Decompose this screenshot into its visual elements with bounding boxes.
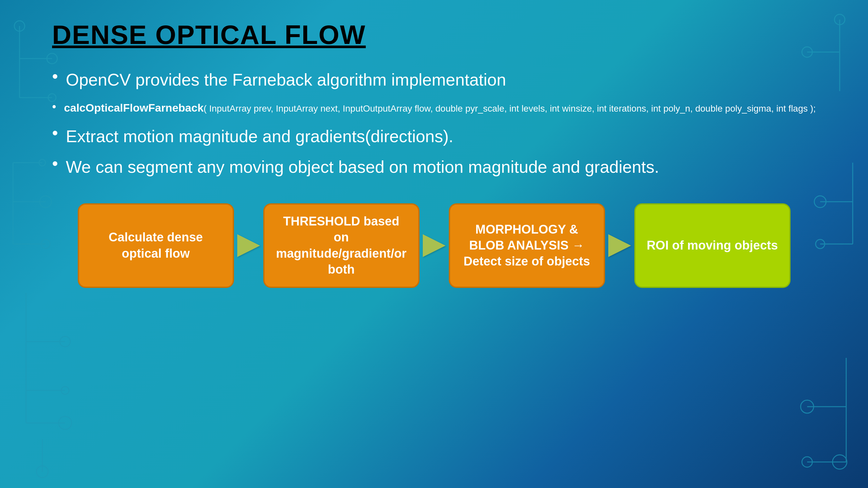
slide-title: DENSE OPTICAL FLOW	[52, 20, 816, 50]
bullet-text: OpenCV provides the Farneback algorithm …	[66, 70, 506, 90]
arrow-shape	[423, 234, 445, 257]
flow-arrow-3	[605, 234, 634, 257]
bullet-dot: •	[52, 68, 58, 85]
flow-box-2: THRESHOLD based on magnitude/gradient/or…	[263, 203, 420, 288]
arrow-shape	[237, 234, 260, 257]
list-item: • We can segment any moving object based…	[52, 157, 816, 177]
flow-box-label: THRESHOLD based on magnitude/gradient/or…	[274, 214, 408, 278]
flow-arrow-2	[420, 234, 449, 257]
bullet-dot: •	[52, 155, 58, 172]
bullet-list: • OpenCV provides the Farneback algorith…	[52, 70, 816, 177]
calc-function-params: ( InputArray prev, InputArray next, Inpu…	[204, 103, 816, 113]
flow-diagram: Calculate dense optical flow THRESHOLD b…	[52, 203, 816, 288]
list-item: • calcOpticalFlowFarneback( InputArray p…	[52, 100, 816, 116]
flow-box-label: Calculate dense optical flow	[89, 229, 223, 262]
flow-box-label: ROI of moving objects	[647, 237, 778, 254]
flow-box-label: MORPHOLOGY & BLOB ANALYSIS → Detect size…	[460, 222, 594, 270]
bullet-text: Extract motion magnitude and gradients(d…	[66, 126, 453, 147]
slide-content: DENSE OPTICAL FLOW • OpenCV provides the…	[0, 0, 868, 307]
list-item: • Extract motion magnitude and gradients…	[52, 126, 816, 147]
calc-function-name: calcOpticalFlowFarneback	[64, 101, 204, 114]
flow-box-1: Calculate dense optical flow	[78, 203, 234, 288]
list-item: • OpenCV provides the Farneback algorith…	[52, 70, 816, 90]
flow-box-4: ROI of moving objects	[634, 203, 790, 288]
bullet-dot: •	[52, 101, 56, 112]
arrow-shape	[608, 234, 631, 257]
bullet-text: We can segment any moving object based o…	[66, 157, 659, 177]
bullet-text-small: calcOpticalFlowFarneback( InputArray pre…	[64, 100, 816, 116]
flow-box-3: MORPHOLOGY & BLOB ANALYSIS → Detect size…	[449, 203, 605, 288]
flow-arrow-1	[234, 234, 263, 257]
bullet-dot: •	[52, 124, 58, 141]
